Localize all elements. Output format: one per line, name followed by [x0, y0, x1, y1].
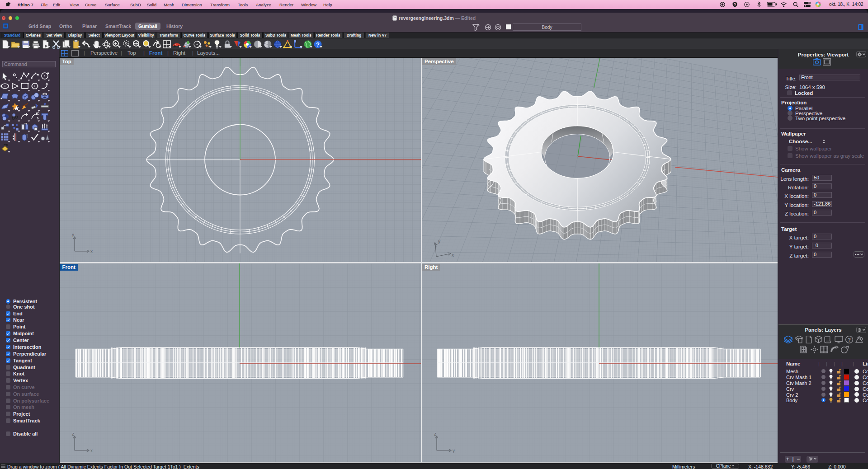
svg-text:x: x [452, 253, 454, 258]
svg-text:?: ? [316, 41, 320, 48]
svg-text:z: z [434, 431, 436, 436]
svg-text:?: ? [848, 337, 851, 342]
svg-text:z: z [72, 431, 74, 436]
svg-text:5: 5 [734, 2, 736, 6]
svg-text:x: x [90, 448, 93, 453]
svg-text:y: y [72, 232, 74, 237]
svg-text:y: y [453, 448, 455, 453]
svg-text:y: y [438, 239, 440, 244]
svg-text:x: x [90, 249, 93, 254]
